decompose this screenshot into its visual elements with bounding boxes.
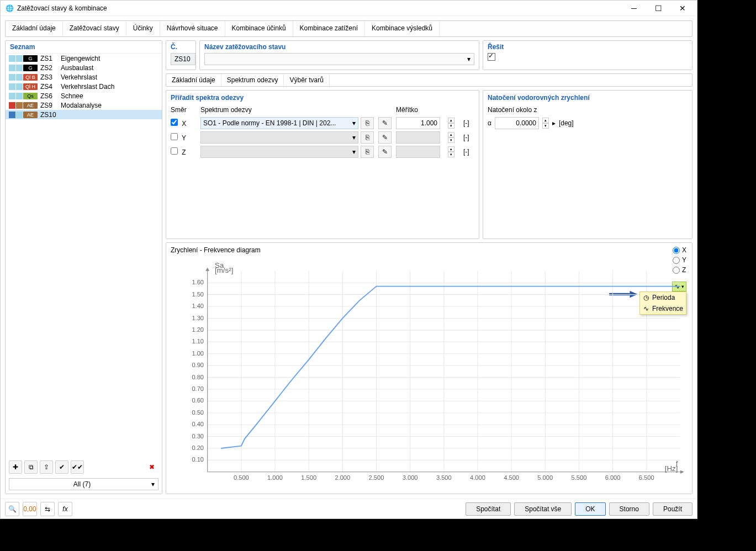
list-item[interactable]: GZS1Eigengewicht [6, 54, 162, 63]
right-area: Č. Název zatěžovacího stavu ▾ Řešit [166, 40, 692, 494]
tab-kombinace-výsledků[interactable]: Kombinace výsledků [365, 21, 440, 36]
list-item[interactable]: Ql BZS3Verkehrslast [6, 72, 162, 82]
svg-text:0.10: 0.10 [192, 457, 204, 463]
check-icon[interactable]: ✔ [55, 460, 68, 474]
calculate-all-button[interactable]: Spočítat vše [514, 502, 572, 516]
svg-text:6.000: 6.000 [605, 475, 621, 481]
spectrum-combo-y: ▾ [200, 131, 358, 144]
chart-title: Zrychlení - Frekvence diagram [171, 246, 261, 254]
list-item[interactable]: QsZS6Schnee [6, 91, 162, 100]
rotation-row: α ▴▾ ▸ [deg] [488, 117, 688, 129]
list-item[interactable]: Ql HZS4Verkehrslast Dach [6, 82, 162, 91]
solve-box: Řešit [483, 40, 692, 70]
scale-unit: [-] [463, 119, 474, 127]
svg-text:4.500: 4.500 [504, 475, 519, 481]
number-input[interactable] [171, 53, 195, 65]
scale-spinner[interactable]: ▴▾ [448, 118, 454, 129]
svg-text:5.000: 5.000 [537, 475, 553, 481]
tree-icon[interactable]: ⇆ [40, 502, 55, 516]
scale-spinner: ▴▾ [448, 146, 454, 157]
spectrum-combo-z: ▾ [200, 146, 358, 158]
popup-label-period: Perioda [652, 294, 675, 301]
subtab-výběr-tvarů[interactable]: Výběr tvarů [284, 74, 329, 86]
tab-kombinace-účinků[interactable]: Kombinace účinků [225, 21, 293, 36]
svg-text:0.50: 0.50 [192, 409, 204, 416]
svg-text:0.70: 0.70 [192, 385, 204, 392]
window-title: Zatěžovací stavy & kombinace [17, 4, 624, 12]
svg-text:1.40: 1.40 [192, 303, 204, 309]
new-spectrum-icon[interactable]: ⎘ [361, 131, 374, 144]
svg-text:[m/s²]: [m/s²] [215, 266, 233, 274]
tab-návrhové-situace[interactable]: Návrhové situace [160, 21, 225, 36]
tab-zatěžovací-stavy[interactable]: Zatěžovací stavy [63, 21, 126, 36]
direction-check-y[interactable]: Y [171, 133, 198, 142]
solve-checkbox[interactable] [488, 53, 495, 61]
tab-kombinace-zatížení[interactable]: Kombinace zatížení [293, 21, 365, 36]
subtab-spektrum-odezvy[interactable]: Spektrum odezvy [221, 74, 284, 86]
svg-text:1.10: 1.10 [192, 338, 204, 345]
number-box: Č. [166, 40, 196, 70]
direction-check-x[interactable]: X [171, 119, 198, 128]
content-area: Základní údajeZatěžovací stavyÚčinkyNávr… [1, 16, 697, 499]
wave-icon: ∿ [643, 305, 649, 312]
mid-row: Přiřadit spektra odezvy SměrSpektrum ode… [166, 90, 692, 239]
minimize-button[interactable]: ─ [624, 4, 644, 13]
fx-icon[interactable]: fx [58, 502, 72, 516]
svg-text:0.40: 0.40 [192, 421, 204, 428]
search-icon[interactable]: 🔍 [5, 502, 19, 516]
load-case-list[interactable]: GZS1EigengewichtGZS2AusbaulastQl BZS3Ver… [6, 54, 162, 458]
rotation-input[interactable] [495, 117, 539, 129]
new-spectrum-icon[interactable]: ⎘ [361, 117, 374, 129]
cancel-button[interactable]: Storno [609, 502, 649, 516]
new-spectrum-icon[interactable]: ⎘ [361, 146, 374, 158]
name-label: Název zatěžovacího stavu [204, 42, 474, 53]
edit-spectrum-icon[interactable]: ✎ [378, 117, 392, 129]
top-fields-row: Č. Název zatěžovacího stavu ▾ Řešit [166, 40, 692, 70]
close-button[interactable]: ✕ [673, 4, 692, 13]
copy-icon[interactable]: ⧉ [24, 460, 38, 474]
scale-input-x[interactable] [396, 117, 440, 129]
spinner[interactable]: ▴▾ [542, 118, 549, 129]
list-toolbar: ✚ ⧉ ⇪ ✔ ✔✔ ✖ [6, 458, 162, 476]
list-item[interactable]: AEZS9Modalanalyse [6, 100, 162, 110]
svg-text:1.60: 1.60 [192, 279, 204, 286]
tab-účinky[interactable]: Účinky [126, 21, 160, 36]
svg-text:6.500: 6.500 [639, 475, 654, 481]
name-combo[interactable]: ▾ [204, 53, 474, 65]
filter-combo[interactable]: All (7) ▾ [9, 478, 158, 490]
delete-icon[interactable]: ✖ [145, 460, 158, 474]
chart-area: 0.5001.0001.5002.0002.5003.0003.5004.000… [171, 259, 686, 489]
units-icon[interactable]: 0,00 [23, 502, 37, 516]
apply-button[interactable]: Použít [653, 502, 692, 516]
popup-item-period[interactable]: ◷ Perioda [640, 292, 686, 303]
spectra-grid: SměrSpektrum odezvyMěřítko XSO1 - Podle … [171, 106, 474, 158]
chevron-down-icon: ▾ [151, 480, 155, 488]
spectrum-combo-x[interactable]: SO1 - Podle normy - EN 1998-1 | DIN | 20… [200, 117, 358, 129]
calculate-button[interactable]: Spočítat [466, 502, 511, 516]
new-icon[interactable]: ✚ [9, 460, 22, 474]
svg-text:0.500: 0.500 [234, 475, 249, 481]
check-all-icon[interactable]: ✔✔ [71, 460, 84, 474]
step-icon[interactable]: ▸ [552, 119, 556, 127]
edit-spectrum-icon[interactable]: ✎ [378, 131, 392, 144]
number-label: Č. [171, 42, 191, 53]
maximize-button[interactable]: ☐ [648, 4, 668, 13]
svg-text:0.60: 0.60 [192, 398, 204, 404]
list-item[interactable]: GZS2Ausbaulast [6, 63, 162, 72]
svg-text:0.30: 0.30 [192, 433, 204, 439]
spectra-panel: Přiřadit spektra odezvy SměrSpektrum ode… [166, 90, 479, 239]
subtab-základní-údaje[interactable]: Základní údaje [166, 74, 221, 86]
move-icon[interactable]: ⇪ [40, 460, 53, 474]
edit-spectrum-icon[interactable]: ✎ [378, 146, 392, 158]
main-split: Seznam GZS1EigengewichtGZS2AusbaulastQl … [5, 40, 692, 494]
svg-text:3.000: 3.000 [403, 475, 418, 481]
clock-icon: ◷ [643, 294, 649, 301]
chevron-down-icon: ▾ [467, 55, 470, 63]
popup-item-frequency[interactable]: ∿ Frekvence [640, 303, 686, 314]
direction-check-z[interactable]: Z [171, 147, 198, 156]
axis-radio-x[interactable]: X [673, 246, 686, 254]
scale-input-z [396, 146, 440, 158]
ok-button[interactable]: OK [575, 502, 605, 516]
list-item[interactable]: AEZS10 [6, 110, 162, 119]
tab-základní-údaje[interactable]: Základní údaje [6, 21, 63, 36]
